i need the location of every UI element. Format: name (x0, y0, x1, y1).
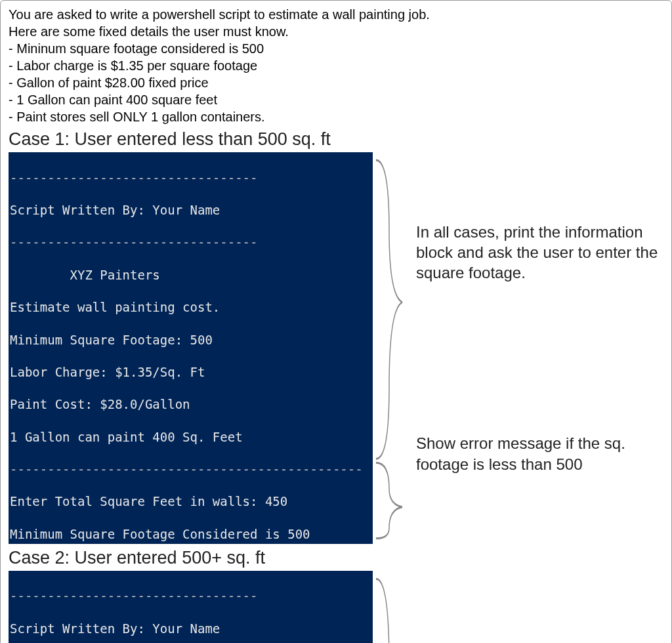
annotation-text: In all cases, print the information bloc… (416, 222, 663, 283)
intro-line: You are asked to write a powershell scri… (9, 6, 663, 23)
intro-bullet: - Gallon of paint $28.00 fixed price (9, 74, 663, 91)
case2-terminal: --------------------------------- Script… (9, 571, 373, 644)
terminal-line: Minimum Square Footage Considered is 500 (10, 526, 370, 543)
terminal-line: Minimum Square Footage: 500 (10, 332, 370, 348)
intro-bullet: - Labor charge is $1.35 per square foota… (9, 57, 663, 74)
intro-bullet: - 1 Gallon can paint 400 square feet (9, 91, 663, 108)
case1-heading: Case 1: User entered less than 500 sq. f… (9, 129, 663, 150)
terminal-line: Script Written By: Your Name (10, 202, 370, 218)
case2-heading: Case 2: User entered 500+ sq. ft (9, 548, 663, 568)
brace-column (373, 152, 412, 544)
intro-block: You are asked to write a powershell scri… (9, 6, 663, 125)
case2-row: --------------------------------- Script… (9, 571, 663, 644)
terminal-line: --------------------------------- (10, 234, 370, 251)
terminal-line: Enter Total Square Feet in walls: 450 (10, 493, 370, 510)
terminal-line: Estimate wall painting cost. (10, 299, 370, 316)
terminal-line: --------------------------------- (10, 588, 370, 604)
intro-bullet: - Paint stores sell ONLY 1 gallon contai… (9, 108, 663, 125)
terminal-line: Labor Charge: $1.35/Sq. Ft (10, 364, 370, 381)
terminal-line: Script Written By: Your Name (10, 621, 370, 637)
brace-icon (373, 152, 412, 544)
case1-annotations: In all cases, print the information bloc… (412, 152, 663, 544)
terminal-line: Paint Cost: $28.0/Gallon (10, 396, 370, 413)
case1-terminal: --------------------------------- Script… (9, 152, 373, 544)
case1-row: --------------------------------- Script… (9, 152, 663, 544)
annotation-text: Show error message if the sq. footage is… (416, 433, 663, 474)
terminal-line: ----------------------------------------… (10, 461, 370, 478)
terminal-line: 1 Gallon can paint 400 Sq. Feet (10, 429, 370, 446)
terminal-line: --------------------------------- (10, 170, 370, 186)
intro-line: Here are some fixed details the user mus… (9, 23, 663, 40)
case2-annotations: In all cases, print the information bloc… (412, 571, 663, 644)
terminal-line: XYZ Painters (10, 267, 370, 283)
brace-icon (373, 571, 412, 644)
intro-bullet: - Mininum square footage considered is 5… (9, 40, 663, 57)
brace-column (373, 571, 412, 644)
